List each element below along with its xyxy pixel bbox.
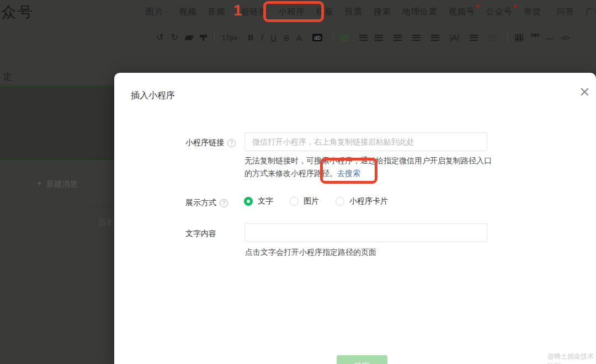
menu-item-miniprogram[interactable]: 小程序	[279, 7, 305, 17]
miniprogram-link-label: 小程序链接 ?	[185, 138, 236, 148]
undo-icon: ↺	[156, 33, 163, 42]
indent-icon	[431, 35, 439, 41]
list-button[interactable]: ·	[470, 34, 481, 41]
font-size-select[interactable]: 17px·	[222, 34, 241, 42]
horizontal-rule-button[interactable]: —	[545, 33, 554, 42]
display-mode-label: 展示方式 ?	[185, 198, 228, 208]
new-badge-dot	[514, 4, 517, 8]
close-icon[interactable]: ×	[579, 83, 590, 100]
menu-item-ad[interactable]: 广告·	[586, 7, 596, 17]
menu-item-official-account[interactable]: 公众号	[486, 7, 513, 17]
help-question-icon[interactable]: ?	[227, 139, 236, 147]
menu-item-image[interactable]: 图片·	[146, 7, 168, 17]
table-button[interactable]	[515, 34, 523, 41]
menu-item-video[interactable]: 视频	[179, 7, 196, 17]
chevron-down-icon: ·	[303, 34, 305, 41]
background-message-card	[0, 87, 114, 160]
radio-unselected-icon	[290, 197, 299, 206]
background-dialog-text: 定	[3, 72, 12, 82]
letter-spacing-button[interactable]: |A|·	[450, 33, 462, 42]
radio-option-text[interactable]: 文字	[244, 196, 273, 206]
chevron-down-icon: ·	[238, 34, 241, 41]
line-height-icon	[340, 35, 349, 41]
disabled-format-button: ·	[488, 34, 500, 41]
code-icon: </>	[561, 34, 570, 42]
indent-button[interactable]: ·	[431, 34, 443, 41]
toolbar-divider	[507, 33, 508, 42]
chevron-down-icon: ·	[323, 34, 326, 41]
margin-top-button[interactable]: ·	[393, 34, 405, 41]
blockquote-button[interactable]: ””	[530, 34, 538, 41]
strikethrough-button[interactable]: S	[284, 33, 289, 42]
annotation-step-number: 1	[233, 2, 242, 19]
watermark: @稀土掘金技术社区	[547, 352, 596, 364]
menu-item-template[interactable]: 模板	[316, 7, 334, 17]
brush-icon	[200, 35, 207, 41]
menu-item-vote[interactable]: 投票	[345, 7, 363, 17]
chevron-down-icon: ·	[165, 8, 168, 16]
underline-button[interactable]: U	[270, 33, 276, 42]
align-center-button[interactable]: ·	[375, 34, 386, 41]
disabled-format-icon	[488, 35, 497, 41]
align-left-button[interactable]	[359, 35, 368, 41]
format-toolbar: ↺ ↻ 17px· B I U S A· ab· · · · · · |A|· …	[156, 26, 596, 49]
bold-button[interactable]: B	[248, 33, 253, 42]
eraser-icon	[184, 35, 194, 40]
redo-button[interactable]: ↻	[171, 33, 178, 42]
link-help-text: 无法复制链接时，可搜索小程序，通过给指定微信用户开启复制路径入口 的方式来修改小…	[244, 154, 498, 180]
code-button[interactable]: </>	[561, 34, 570, 42]
dialog-title: 插入小程序	[131, 90, 175, 101]
menu-item-goods[interactable]: 带货·	[524, 7, 546, 17]
menu-item-hyperlink[interactable]: 超链接	[241, 7, 268, 17]
history-label: 历史	[98, 218, 114, 228]
chevron-down-icon: ·	[543, 8, 546, 16]
menu-item-qa[interactable]: 问答	[557, 7, 574, 17]
radio-option-card[interactable]: 小程序卡片	[336, 196, 388, 206]
line-height-button[interactable]: ·	[340, 34, 352, 41]
align-left-icon	[359, 35, 368, 41]
menu-item-search[interactable]: 搜索	[374, 7, 391, 17]
quote-icon: ””	[530, 34, 538, 41]
radio-unselected-icon	[336, 197, 344, 206]
page-title: 众号	[1, 2, 34, 22]
margin-bottom-button[interactable]: ·	[412, 34, 424, 41]
toolbar-divider	[214, 33, 215, 42]
clear-format-button[interactable]	[185, 35, 193, 40]
menu-item-audio[interactable]: 音频·	[207, 7, 230, 17]
text-content-label: 文字内容	[185, 229, 216, 239]
confirm-button[interactable]: 确定	[337, 355, 387, 364]
highlight-icon: ab	[312, 34, 322, 41]
undo-button[interactable]: ↺	[156, 33, 163, 42]
chevron-down-icon: ·	[460, 34, 462, 41]
chevron-down-icon: ·	[350, 34, 352, 41]
font-color-button[interactable]: A·	[296, 33, 305, 42]
chevron-down-icon: ·	[403, 34, 405, 41]
chevron-down-icon: ·	[498, 34, 500, 41]
italic-button[interactable]: I	[260, 33, 263, 42]
redo-icon: ↻	[171, 33, 178, 42]
new-message-button[interactable]: +新建消息	[0, 179, 114, 189]
menu-item-channels[interactable]: 视频号	[449, 7, 475, 17]
text-content-input[interactable]	[244, 223, 487, 242]
editor-insert-menu: 图片· 视频 音频· 超链接 小程序 模板 投票 搜索 地理位置 视频号 公众号…	[146, 0, 596, 23]
list-icon	[470, 35, 478, 41]
radio-option-image[interactable]: 图片	[290, 196, 319, 206]
highlight-button[interactable]: ab·	[312, 34, 326, 41]
format-painter-button[interactable]	[200, 35, 207, 41]
chevron-down-icon: ·	[227, 8, 230, 16]
miniprogram-link-input[interactable]	[244, 132, 487, 151]
align-center-icon	[375, 35, 383, 41]
chevron-down-icon: ·	[384, 34, 386, 41]
chevron-down-icon: ·	[479, 34, 481, 41]
toolbar-divider	[333, 33, 333, 42]
plus-icon: +	[37, 179, 42, 188]
margin-top-icon	[393, 35, 402, 41]
background-divider	[0, 206, 114, 207]
chevron-down-icon: ·	[440, 34, 443, 41]
go-search-link[interactable]: 去搜索	[337, 169, 360, 178]
table-icon	[515, 34, 523, 41]
menu-item-location[interactable]: 地理位置	[402, 7, 438, 17]
help-question-icon[interactable]: ?	[220, 199, 228, 207]
radio-selected-icon	[244, 197, 253, 206]
chevron-down-icon: ·	[422, 34, 424, 41]
